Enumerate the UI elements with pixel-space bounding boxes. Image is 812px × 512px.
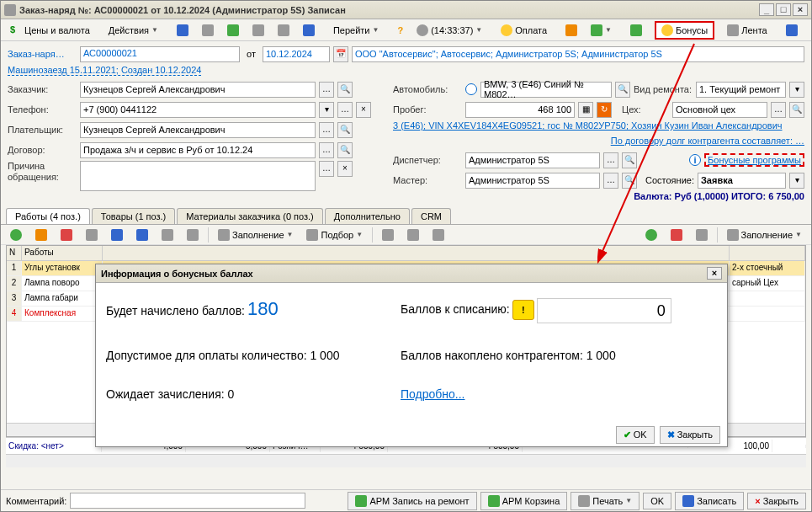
popup-close-x[interactable]: × (707, 267, 722, 280)
row-delete-button[interactable] (55, 227, 78, 243)
minimize-button[interactable]: _ (759, 3, 774, 16)
comment-input[interactable] (70, 493, 305, 509)
mileage-refresh[interactable]: ↻ (597, 102, 612, 118)
pick-dropdown[interactable]: Подбор▼ (300, 227, 369, 243)
tb-icon-5[interactable] (272, 22, 295, 39)
prices-currency-button[interactable]: $Цены и валюта (4, 22, 96, 39)
phone-pick[interactable]: … (337, 102, 353, 118)
dispatcher-input[interactable]: Администратор 5S (465, 152, 600, 168)
popup-close-button[interactable]: ✖Закрыть (660, 426, 720, 444)
tb-icon-2[interactable] (196, 22, 220, 39)
customer-pick[interactable]: … (319, 82, 334, 98)
tb-icon-4[interactable] (247, 22, 270, 39)
fill-dropdown[interactable]: Заполнение▼ (212, 227, 299, 243)
phone-clear[interactable]: × (356, 102, 371, 118)
maximize-button[interactable]: □ (776, 3, 791, 16)
row-down-button[interactable] (130, 227, 154, 243)
state-dd[interactable]: ▾ (789, 173, 804, 189)
save-button[interactable]: Записать (675, 492, 744, 510)
customer-open[interactable]: 🔍 (337, 82, 353, 98)
subtb-extra-1[interactable] (376, 227, 400, 243)
row-add-button[interactable] (4, 227, 28, 243)
payer-open[interactable]: 🔍 (337, 122, 353, 138)
reason-clear[interactable]: × (337, 161, 353, 177)
row-copy-button[interactable] (80, 227, 103, 243)
master-input[interactable]: Администратор 5S (465, 173, 600, 189)
tb-chart-icon[interactable] (560, 22, 583, 39)
tb-box-icon[interactable]: ▼ (585, 22, 618, 39)
vin-link[interactable]: 3 (E46); VIN X4XEV184X4EG09521; гос № М8… (393, 120, 783, 131)
goto-dropdown[interactable]: Перейти▼ (327, 23, 385, 38)
popup-ok-button[interactable]: ✔OK (616, 426, 655, 444)
help-button[interactable]: ? (391, 23, 409, 38)
arm-basket-button[interactable]: АРМ Корзина (480, 492, 568, 510)
row-props-button-2[interactable] (690, 227, 714, 243)
repair-input[interactable]: 1. Текущий ремонт (696, 82, 786, 98)
clock-button[interactable]: (14:33:37)▼ (411, 22, 488, 39)
auto-open[interactable]: 🔍 (615, 82, 630, 98)
print-button[interactable]: Печать▼ (571, 492, 640, 510)
tab-crm[interactable]: CRM (411, 208, 451, 224)
dispatcher-pick[interactable]: … (603, 152, 618, 168)
payer-input[interactable]: Кузнецов Сергей Александрович (80, 122, 316, 138)
actions-dropdown[interactable]: Действия▼ (103, 23, 164, 38)
tb-grid-icon[interactable] (624, 22, 648, 39)
summary-hscroll[interactable] (6, 454, 806, 467)
mileage-input[interactable]: 468 100 (465, 102, 575, 118)
bonus-programs-link[interactable]: Бонусные программы (708, 155, 801, 165)
customer-input[interactable]: Кузнецов Сергей Александрович (80, 82, 316, 98)
tb-icon-6[interactable] (297, 22, 321, 39)
tab-works[interactable]: Работы (4 поз.) (6, 208, 90, 224)
doc-number-input[interactable]: АС00000021 (80, 46, 240, 62)
tb-end-1[interactable] (780, 22, 804, 39)
state-input[interactable]: Заявка (698, 173, 786, 189)
writeoff-value[interactable]: 0 (537, 298, 671, 323)
stamps-link[interactable]: Машинозаезд 15.11.2021; Создан 10.12.202… (8, 65, 201, 76)
col-n[interactable]: N (7, 246, 22, 260)
debt-link[interactable]: По договору долг контрагента составляет:… (611, 136, 804, 146)
reason-input[interactable] (80, 161, 316, 191)
master-open[interactable]: 🔍 (622, 173, 637, 189)
payer-pick[interactable]: … (319, 122, 334, 138)
master-pick[interactable]: … (603, 173, 618, 189)
auto-input[interactable]: BMW, 3 (E46) Синий № М802… (480, 82, 612, 98)
fill-dropdown-2[interactable]: Заполнение▼ (721, 227, 808, 243)
tab-extra[interactable]: Дополнительно (325, 208, 410, 224)
phone-dd[interactable]: ▾ (319, 102, 334, 118)
col-work[interactable]: Работы (22, 246, 103, 260)
feed-button[interactable]: Лента (721, 22, 772, 39)
tb-icon-3[interactable] (221, 22, 245, 39)
bonus-button[interactable]: Бонусы (655, 21, 714, 40)
repair-dd[interactable]: ▾ (789, 82, 804, 98)
calendar-button[interactable]: 📅 (333, 46, 348, 62)
contract-pick[interactable]: … (319, 142, 334, 158)
phone-input[interactable]: +7 (900) 0441122 (80, 102, 316, 118)
details-link[interactable]: Подробно... (401, 387, 465, 401)
close-button[interactable]: ×Закрыть (747, 493, 806, 509)
tb-end-2[interactable] (805, 22, 811, 39)
contract-open[interactable]: 🔍 (337, 142, 353, 158)
shop-open[interactable]: 🔍 (789, 102, 804, 118)
row-up-button[interactable] (105, 227, 129, 243)
row-edit-button[interactable] (29, 227, 53, 243)
dispatcher-open[interactable]: 🔍 (622, 152, 637, 168)
subtb-extra-2[interactable] (401, 227, 425, 243)
payment-button[interactable]: Оплата (495, 22, 553, 39)
org-input[interactable]: ООО "Автосервис"; Автосервис; Администра… (352, 46, 804, 62)
sort-asc-button[interactable] (156, 227, 179, 243)
arm-record-button[interactable]: АРМ Запись на ремонт (348, 492, 476, 510)
reason-pick[interactable]: … (319, 161, 334, 177)
mileage-step[interactable]: ▦ (578, 102, 593, 118)
shop-pick[interactable]: … (771, 102, 786, 118)
ok-button[interactable]: OK (643, 493, 671, 509)
contract-input[interactable]: Продажа з/ч и сервис в Руб от 10.12.24 (80, 142, 316, 158)
row-add-button-2[interactable] (640, 227, 663, 243)
tab-materials[interactable]: Материалы заказчика (0 поз.) (177, 208, 323, 224)
close-window-button[interactable]: × (793, 3, 808, 16)
tb-icon-1[interactable] (171, 22, 194, 39)
sort-desc-button[interactable] (181, 227, 204, 243)
subtb-extra-3[interactable] (427, 227, 450, 243)
doc-date-input[interactable]: 10.12.2024 (263, 46, 330, 62)
shop-input[interactable]: Основной цех (672, 102, 767, 118)
tab-goods[interactable]: Товары (1 поз.) (92, 208, 175, 224)
